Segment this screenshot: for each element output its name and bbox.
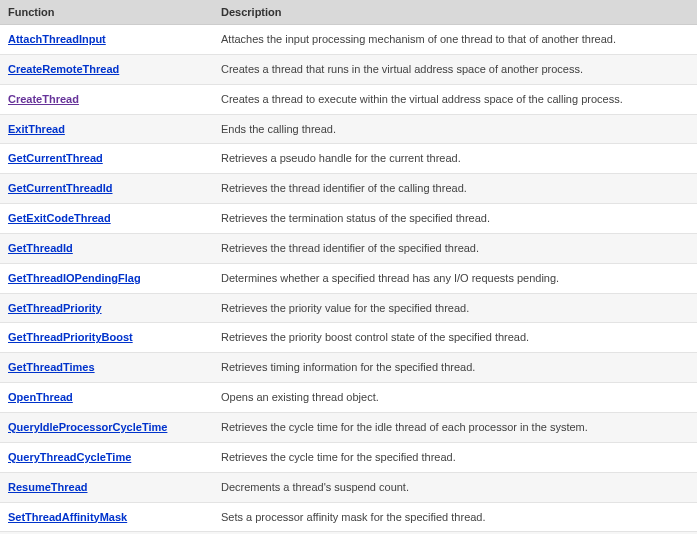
- cell-function: CreateRemoteThread: [0, 54, 213, 84]
- cell-function: ResumeThread: [0, 472, 213, 502]
- table-header-row: Function Description: [0, 0, 697, 25]
- cell-function: GetThreadPriorityBoost: [0, 323, 213, 353]
- cell-function: GetThreadId: [0, 233, 213, 263]
- function-link[interactable]: CreateRemoteThread: [8, 63, 119, 75]
- cell-function: CreateThread: [0, 84, 213, 114]
- table-row: CreateRemoteThreadCreates a thread that …: [0, 54, 697, 84]
- cell-description: Attaches the input processing mechanism …: [213, 25, 697, 55]
- table-row: GetThreadPriorityBoostRetrieves the prio…: [0, 323, 697, 353]
- table-row: QueryIdleProcessorCycleTimeRetrieves the…: [0, 412, 697, 442]
- cell-description: Determines whether a specified thread ha…: [213, 263, 697, 293]
- table-row: GetThreadTimesRetrieves timing informati…: [0, 353, 697, 383]
- function-link[interactable]: QueryThreadCycleTime: [8, 451, 131, 463]
- cell-function: QueryThreadCycleTime: [0, 442, 213, 472]
- function-link[interactable]: GetCurrentThreadId: [8, 182, 113, 194]
- table-row: OpenThreadOpens an existing thread objec…: [0, 383, 697, 413]
- table-row: GetCurrentThreadIdRetrieves the thread i…: [0, 174, 697, 204]
- table-row: ExitThreadEnds the calling thread.: [0, 114, 697, 144]
- cell-description: Opens an existing thread object.: [213, 383, 697, 413]
- function-link[interactable]: GetExitCodeThread: [8, 212, 111, 224]
- cell-description: Retrieves the priority value for the spe…: [213, 293, 697, 323]
- cell-description: Sets a processor affinity mask for the s…: [213, 502, 697, 532]
- function-link[interactable]: OpenThread: [8, 391, 73, 403]
- cell-description: Retrieves the thread identifier of the c…: [213, 174, 697, 204]
- cell-function: GetCurrentThread: [0, 144, 213, 174]
- table-row: SetThreadAffinityMaskSets a processor af…: [0, 502, 697, 532]
- header-function: Function: [0, 0, 213, 25]
- function-link[interactable]: ExitThread: [8, 123, 65, 135]
- functions-table: Function Description AttachThreadInputAt…: [0, 0, 697, 534]
- cell-description: Retrieves the cycle time for the idle th…: [213, 412, 697, 442]
- cell-description: Retrieves the priority boost control sta…: [213, 323, 697, 353]
- cell-function: ExitThread: [0, 114, 213, 144]
- table-row: QueryThreadCycleTimeRetrieves the cycle …: [0, 442, 697, 472]
- cell-description: Retrieves the termination status of the …: [213, 204, 697, 234]
- header-description: Description: [213, 0, 697, 25]
- function-link[interactable]: GetThreadPriorityBoost: [8, 331, 133, 343]
- cell-function: GetThreadIOPendingFlag: [0, 263, 213, 293]
- function-link[interactable]: AttachThreadInput: [8, 33, 106, 45]
- cell-function: GetExitCodeThread: [0, 204, 213, 234]
- cell-description: Decrements a thread's suspend count.: [213, 472, 697, 502]
- table-row: GetThreadIdRetrieves the thread identifi…: [0, 233, 697, 263]
- cell-description: Ends the calling thread.: [213, 114, 697, 144]
- cell-function: QueryIdleProcessorCycleTime: [0, 412, 213, 442]
- cell-description: Creates a thread to execute within the v…: [213, 84, 697, 114]
- table-row: GetCurrentThreadRetrieves a pseudo handl…: [0, 144, 697, 174]
- function-link[interactable]: ResumeThread: [8, 481, 87, 493]
- function-link[interactable]: QueryIdleProcessorCycleTime: [8, 421, 167, 433]
- table-row: AttachThreadInputAttaches the input proc…: [0, 25, 697, 55]
- function-link[interactable]: SetThreadAffinityMask: [8, 511, 127, 523]
- table-row: CreateThreadCreates a thread to execute …: [0, 84, 697, 114]
- table-row: ResumeThreadDecrements a thread's suspen…: [0, 472, 697, 502]
- function-link[interactable]: GetThreadIOPendingFlag: [8, 272, 141, 284]
- function-link[interactable]: GetThreadId: [8, 242, 73, 254]
- function-link[interactable]: CreateThread: [8, 93, 79, 105]
- function-link[interactable]: GetThreadPriority: [8, 302, 102, 314]
- table-row: GetThreadPriorityRetrieves the priority …: [0, 293, 697, 323]
- cell-function: OpenThread: [0, 383, 213, 413]
- cell-function: GetThreadTimes: [0, 353, 213, 383]
- cell-function: GetThreadPriority: [0, 293, 213, 323]
- function-link[interactable]: GetCurrentThread: [8, 152, 103, 164]
- cell-description: Creates a thread that runs in the virtua…: [213, 54, 697, 84]
- cell-description: Retrieves timing information for the spe…: [213, 353, 697, 383]
- cell-function: GetCurrentThreadId: [0, 174, 213, 204]
- table-row: GetExitCodeThreadRetrieves the terminati…: [0, 204, 697, 234]
- cell-function: SetThreadAffinityMask: [0, 502, 213, 532]
- cell-function: AttachThreadInput: [0, 25, 213, 55]
- cell-description: Retrieves the cycle time for the specifi…: [213, 442, 697, 472]
- cell-description: Retrieves a pseudo handle for the curren…: [213, 144, 697, 174]
- cell-description: Retrieves the thread identifier of the s…: [213, 233, 697, 263]
- table-row: GetThreadIOPendingFlagDetermines whether…: [0, 263, 697, 293]
- function-link[interactable]: GetThreadTimes: [8, 361, 95, 373]
